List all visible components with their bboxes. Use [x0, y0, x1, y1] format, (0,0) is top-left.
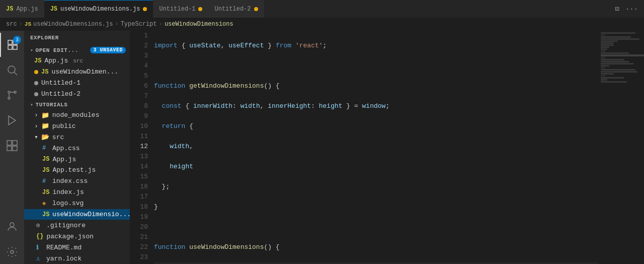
- split-editor-button[interactable]: ⊡: [613, 3, 621, 15]
- run-activity-icon[interactable]: [0, 108, 24, 133]
- svg-point-14: [10, 223, 14, 227]
- breadcrumb-sep: ›: [19, 21, 23, 28]
- file-name: Untitled-2: [41, 90, 80, 98]
- svg-line-5: [15, 73, 18, 76]
- breadcrumb-js-icon: JS: [25, 21, 31, 27]
- js-icon: JS: [34, 57, 41, 64]
- file-index-js[interactable]: JS index.js: [24, 187, 130, 198]
- explorer-activity-icon[interactable]: 3: [0, 33, 24, 57]
- file-app-test-js[interactable]: JS App.test.js: [24, 165, 130, 176]
- code-content[interactable]: import { useState, useEffect } from 'rea…: [152, 31, 599, 264]
- file-yarn-lock[interactable]: ⚓ yarn.lock: [24, 253, 130, 264]
- svg-rect-11: [13, 141, 17, 145]
- unsaved-dot: [254, 7, 258, 11]
- code-editor[interactable]: 12345 678910 1112131415 1617181920 21222…: [130, 31, 599, 264]
- more-actions-button[interactable]: ···: [623, 3, 640, 15]
- unsaved-count-badge: 3 UNSAVED: [90, 47, 126, 53]
- folder-name: node_modules: [52, 111, 100, 119]
- tab-untitled-1[interactable]: Untitled-1: [153, 0, 208, 18]
- open-editors-section[interactable]: ▾ OPEN EDIT... 3 UNSAVED: [24, 45, 130, 55]
- folder-chevron: ›: [34, 111, 38, 119]
- js-file-icon: JS: [6, 6, 13, 13]
- minimap: [599, 31, 644, 264]
- open-editor-app-js[interactable]: JS App.js src: [24, 55, 130, 67]
- svg-rect-3: [13, 45, 17, 49]
- breadcrumb-typescript[interactable]: TypeScript: [121, 21, 157, 28]
- file-name: useWindowDimensio...: [52, 211, 130, 218]
- dirty-dot: [34, 81, 38, 85]
- tab-label: Untitled-2: [214, 6, 251, 13]
- open-editor-untitled-1[interactable]: Untitled-1: [24, 78, 130, 89]
- tab-app-js[interactable]: JS App.js: [0, 0, 44, 18]
- js-file-icon: JS: [50, 6, 57, 13]
- accounts-activity-icon[interactable]: [0, 215, 24, 239]
- file-path: src: [73, 58, 83, 64]
- tutorials-section[interactable]: ▾ TUTORIALS: [24, 100, 130, 110]
- css-icon: #: [42, 145, 49, 152]
- svg-rect-10: [7, 141, 12, 145]
- file-name: App.test.js: [52, 166, 96, 174]
- file-app-js[interactable]: JS App.js: [24, 154, 130, 165]
- md-icon: ℹ: [36, 244, 43, 251]
- tab-untitled-2[interactable]: Untitled-2: [208, 0, 264, 18]
- breadcrumb-sep: ›: [115, 21, 118, 28]
- file-name: Untitled-1: [41, 79, 80, 87]
- file-app-css[interactable]: # App.css: [24, 143, 130, 154]
- svg-marker-9: [9, 116, 16, 125]
- dirty-dot: [34, 70, 38, 74]
- file-name: yarn.lock: [46, 255, 82, 262]
- breadcrumb-file[interactable]: useWindowDimensions.js: [33, 21, 113, 28]
- breadcrumb-function[interactable]: useWindowDimensions: [165, 21, 233, 28]
- svg-point-15: [11, 250, 14, 253]
- svg-point-8: [8, 91, 10, 93]
- main-layout: 3 EXPLORER ▾ OPEN EDIT... 3 UNSAV: [0, 31, 644, 264]
- file-gitignore[interactable]: ⊙ .gitignore: [24, 220, 130, 231]
- svg-icon: ◈: [42, 200, 49, 207]
- folder-name: src: [52, 134, 64, 141]
- file-logo-svg[interactable]: ◈ logo.svg: [24, 198, 130, 209]
- folder-node-modules[interactable]: › 📁 node_modules: [24, 110, 130, 121]
- json-icon: {}: [36, 233, 43, 240]
- unsaved-dot: [143, 7, 147, 11]
- tab-label: Untitled-1: [159, 6, 195, 13]
- activity-bar: 3: [0, 31, 24, 264]
- tab-bar: JS App.js JS useWindowDimensions.js Unti…: [0, 0, 644, 18]
- file-use-window-dimensions[interactable]: JS useWindowDimensio...: [24, 209, 130, 220]
- explorer-header: EXPLORER: [24, 31, 130, 45]
- folder-name: public: [52, 122, 76, 130]
- file-name: package.json: [46, 233, 94, 240]
- source-control-activity-icon[interactable]: [0, 83, 24, 107]
- svg-rect-2: [8, 45, 12, 49]
- breadcrumb: src › JS useWindowDimensions.js › TypeSc…: [0, 18, 644, 31]
- folder-icon: 📂: [41, 133, 49, 141]
- open-editor-untitled-2[interactable]: Untitled-2: [24, 89, 130, 100]
- sidebar: EXPLORER ▾ OPEN EDIT... 3 UNSAVED JS App…: [24, 31, 130, 264]
- editor-area: 12345 678910 1112131415 1617181920 21222…: [130, 31, 599, 264]
- svg-rect-13: [13, 146, 17, 151]
- file-index-css[interactable]: # index.css: [24, 176, 130, 187]
- folder-icon: 📁: [41, 122, 49, 130]
- source-control-badge: 3: [13, 36, 21, 44]
- breadcrumb-sep: ›: [159, 21, 163, 28]
- tab-label: App.js: [16, 6, 38, 13]
- file-name: useWindowDimen...: [51, 68, 118, 76]
- folder-src[interactable]: ▾ 📂 src: [24, 131, 130, 143]
- file-name: .gitignore: [46, 222, 86, 229]
- search-activity-icon[interactable]: [0, 58, 24, 82]
- explorer-title: EXPLORER: [30, 35, 59, 41]
- svg-point-4: [8, 66, 15, 73]
- tab-use-window-dimensions[interactable]: JS useWindowDimensions.js: [44, 0, 153, 18]
- file-name: index.js: [52, 188, 84, 196]
- open-editors-chevron: ▾: [30, 47, 34, 53]
- file-readme[interactable]: ℹ README.md: [24, 242, 130, 253]
- git-icon: ⊙: [36, 222, 43, 229]
- folder-public[interactable]: › 📁 public: [24, 120, 130, 131]
- file-name: App.js: [44, 57, 68, 64]
- breadcrumb-src[interactable]: src: [6, 21, 17, 28]
- settings-activity-icon[interactable]: [0, 240, 24, 264]
- extensions-activity-icon[interactable]: [0, 134, 24, 158]
- file-name: index.css: [52, 177, 88, 185]
- file-name: App.js: [52, 156, 76, 163]
- file-package-json[interactable]: {} package.json: [24, 231, 130, 242]
- open-editor-use-window[interactable]: JS useWindowDimen...: [24, 67, 130, 78]
